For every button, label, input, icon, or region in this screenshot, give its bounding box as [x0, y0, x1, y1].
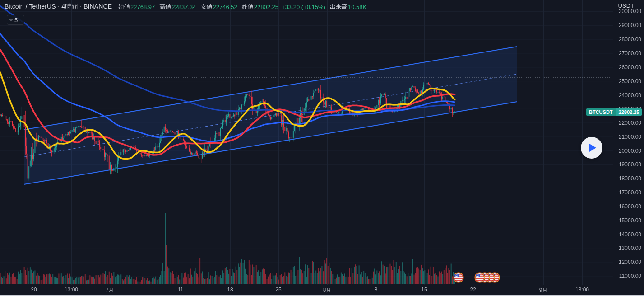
symbol-title[interactable]: Bitcoin / TetherUS · 4時間 · BINANCE	[5, 3, 112, 11]
ohlc-value: 22746.52	[213, 4, 237, 10]
us-flag-icon	[453, 272, 464, 283]
axis-currency-label[interactable]: USDT	[618, 2, 634, 9]
time-axis-label: 8月	[323, 287, 332, 294]
last-price-badge[interactable]: BTCUSDT 22802.25	[586, 108, 642, 116]
price-axis-label: 11000.00	[610, 273, 641, 279]
ohlc-value: 22768.97	[130, 4, 155, 10]
time-axis-label: 8	[375, 287, 378, 293]
price-change: +33.20 (+0.15%)	[282, 4, 325, 10]
ohlc-label: 高値	[159, 3, 171, 11]
chevron-down-icon	[9, 19, 13, 21]
economic-event-icon[interactable]	[453, 272, 464, 283]
price-axis-label: 12000.00	[610, 259, 641, 265]
volume-label: 出来高	[330, 3, 347, 11]
ohlc-field-3: 終値22802.25	[242, 3, 278, 11]
hidden-indicator-count: 5	[14, 17, 18, 23]
chart-header: Bitcoin / TetherUS · 4時間 · BINANCE 始値227…	[5, 2, 366, 11]
price-axis-label: 26000.00	[610, 64, 641, 70]
trading-chart-window: Bitcoin / TetherUS · 4時間 · BINANCE 始値227…	[0, 0, 644, 296]
volume-field: 出来高10.58K	[330, 3, 366, 11]
price-axis-label: 28000.00	[610, 36, 641, 42]
price-axis-label: 27000.00	[610, 50, 641, 56]
time-axis-label: 20	[31, 287, 37, 293]
price-axis-label: 17000.00	[610, 189, 641, 196]
collapsed-indicators-button[interactable]: 5	[7, 15, 24, 25]
ohlc-value: 22837.34	[171, 4, 196, 10]
time-axis[interactable]: 2013:007月1118258月815229月13:00	[0, 285, 614, 295]
play-icon	[589, 144, 596, 152]
price-axis-label: 20000.00	[610, 148, 641, 154]
price-axis-label: 19000.00	[610, 161, 641, 168]
ohlc-label: 終値	[242, 3, 254, 11]
economic-event-icon[interactable]	[474, 272, 486, 283]
price-axis-label: 15000.00	[610, 217, 641, 224]
us-flag-icon	[474, 272, 486, 283]
time-axis-label: 25	[275, 287, 281, 293]
ohlc-label: 安値	[201, 3, 213, 11]
replay-play-button[interactable]	[581, 137, 602, 159]
price-axis-label: 29000.00	[610, 22, 641, 28]
time-axis-label: 15	[421, 287, 427, 293]
time-axis-label: 7月	[106, 287, 114, 294]
price-axis-label: 14000.00	[610, 231, 641, 238]
price-axis-label: 16000.00	[610, 203, 641, 210]
ohlc-label: 始値	[118, 3, 130, 11]
time-axis-label: 9月	[539, 287, 548, 294]
ohlc-field-1: 高値22837.34	[159, 3, 196, 11]
price-chart-canvas[interactable]	[0, 0, 644, 296]
price-axis-label: 25000.00	[610, 78, 641, 85]
price-axis-label: 24000.00	[610, 92, 641, 99]
ohlc-field-0: 始値22768.97	[118, 3, 155, 11]
badge-symbol: BTCUSDT	[586, 108, 616, 116]
volume-value: 10.58K	[348, 4, 366, 10]
ohlc-field-2: 安値22746.52	[201, 3, 237, 11]
price-axis-label: 21000.00	[610, 134, 641, 140]
price-axis-label: 13000.00	[610, 245, 641, 251]
ohlc-readout: 始値22768.97高値22837.34安値22746.52終値22802.25…	[118, 3, 366, 11]
time-axis-label: 18	[227, 287, 233, 293]
ohlc-value: 22802.25	[254, 4, 278, 10]
price-axis-label: 30000.00	[610, 8, 641, 14]
time-axis-label: 11	[178, 287, 183, 293]
time-axis-label: 22	[470, 287, 476, 293]
badge-price: 22802.25	[616, 108, 642, 116]
time-axis-label: 13:00	[65, 287, 78, 293]
price-axis-label: 18000.00	[610, 175, 641, 182]
time-axis-label: 13:00	[575, 287, 589, 293]
price-axis-label: 22000.00	[610, 120, 641, 126]
